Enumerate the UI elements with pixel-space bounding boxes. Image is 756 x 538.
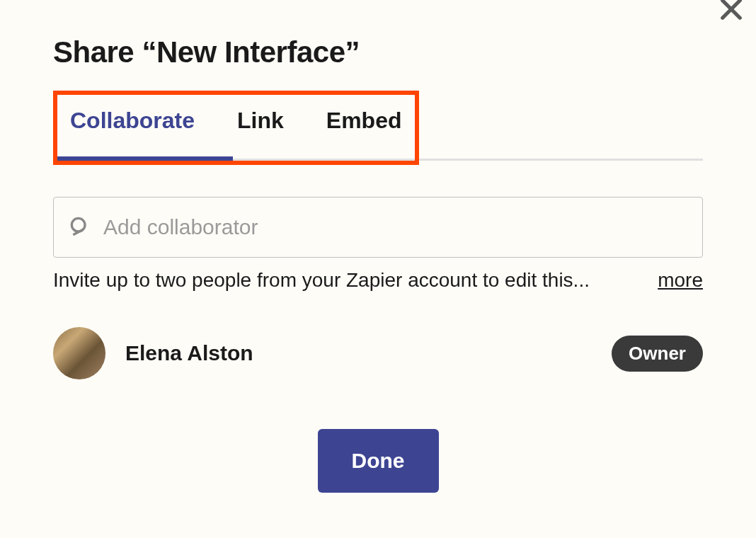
- collaborator-name: Elena Alston: [125, 341, 253, 365]
- close-icon[interactable]: [716, 0, 746, 27]
- add-collaborator-input[interactable]: [103, 215, 688, 239]
- avatar: [53, 327, 105, 379]
- tab-embed[interactable]: Embed: [326, 108, 402, 161]
- role-badge: Owner: [612, 336, 703, 372]
- search-icon: [68, 214, 91, 240]
- add-collaborator-field[interactable]: [53, 197, 703, 258]
- collaborator-row: Elena Alston Owner: [53, 327, 703, 379]
- done-button[interactable]: Done: [318, 429, 439, 493]
- share-dialog: Share “New Interface” Collaborate Link E…: [0, 0, 756, 493]
- tab-bar: Collaborate Link Embed: [53, 91, 703, 165]
- helper-text: Invite up to two people from your Zapier…: [53, 269, 590, 292]
- tabs-highlight: Collaborate Link Embed: [53, 91, 419, 165]
- tab-active-indicator: [57, 156, 233, 161]
- helper-row: Invite up to two people from your Zapier…: [53, 269, 703, 292]
- tab-collaborate[interactable]: Collaborate: [70, 108, 195, 161]
- more-link[interactable]: more: [658, 269, 703, 292]
- tab-link[interactable]: Link: [237, 108, 284, 161]
- dialog-title: Share “New Interface”: [53, 35, 703, 69]
